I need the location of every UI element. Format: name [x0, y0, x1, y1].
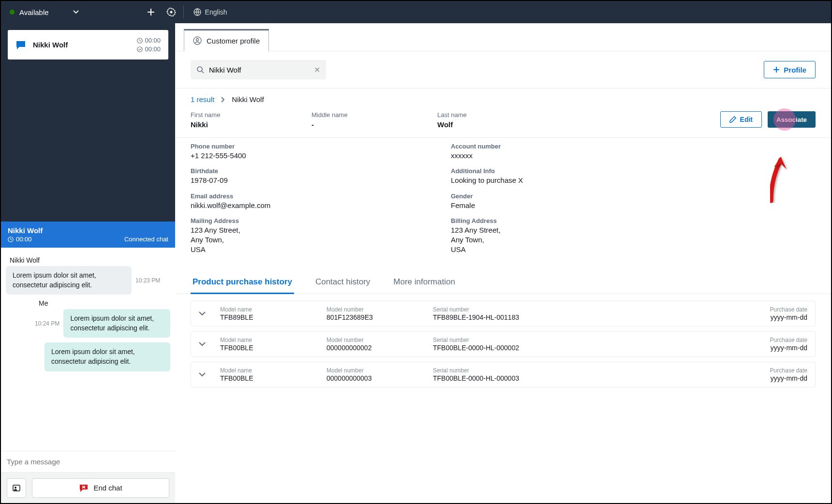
- tab-label: Customer profile: [207, 37, 260, 45]
- tab-contact-history[interactable]: Contact history: [313, 271, 372, 294]
- connected-status: Connected chat: [124, 236, 168, 243]
- birthdate-value: 1978-07-09: [191, 176, 431, 185]
- purchase-row: Model nameTFB00BLE Model number000000000…: [191, 331, 816, 357]
- expand-row-button[interactable]: [199, 372, 210, 377]
- chat-message-me: Lorem ipsum dolor sit amet, consectetur …: [45, 342, 170, 371]
- annotation-arrow-icon: [757, 155, 790, 203]
- end-chat-label: End chat: [93, 484, 122, 492]
- addl-label: Additional Info: [451, 167, 692, 175]
- associate-button[interactable]: Associate: [768, 111, 816, 128]
- language-selector[interactable]: English: [186, 8, 235, 16]
- clock-icon: [137, 38, 143, 44]
- search-icon: [196, 66, 204, 74]
- left-panel: Nikki Wolf 00:00 00:00 Nikki Wolf 00:00 …: [1, 23, 175, 503]
- add-button[interactable]: [141, 1, 161, 23]
- purchase-history-list: Model nameTFB89BLE Model number801F12368…: [175, 294, 831, 399]
- search-row: ✕ Profile: [175, 51, 831, 88]
- contact-card-button[interactable]: [7, 478, 26, 498]
- edit-label: Edit: [740, 116, 753, 123]
- gender-label: Gender: [451, 193, 692, 200]
- expand-row-button[interactable]: [199, 311, 210, 316]
- account-label: Account number: [451, 143, 692, 150]
- chat-timestamp: 10:23 PM: [135, 277, 160, 284]
- svg-point-8: [196, 39, 199, 41]
- message-input[interactable]: [7, 458, 169, 466]
- gender-value: Female: [451, 201, 692, 210]
- mailing-value: 123 Any Street,Any Town,USA: [191, 225, 431, 255]
- breadcrumb-name: Nikki Wolf: [232, 95, 264, 104]
- status-available-icon: [10, 10, 15, 15]
- close-chat-icon: [79, 484, 89, 492]
- svg-point-6: [15, 487, 16, 489]
- timer-2: 00:00: [145, 45, 161, 53]
- breadcrumb: 1 result Nikki Wolf: [175, 89, 831, 108]
- clock-icon: [8, 237, 14, 242]
- results-link[interactable]: 1 result: [191, 95, 214, 104]
- email-value: nikki.wolf@example.com: [191, 201, 431, 210]
- connected-name: Nikki Wolf: [8, 226, 168, 235]
- billing-value: 123 Any Street,Any Town,USA: [451, 225, 692, 255]
- chat-timestamp: 10:24 PM: [35, 320, 59, 327]
- svg-point-0: [170, 11, 172, 14]
- mailing-label: Mailing Address: [191, 217, 431, 224]
- connected-bar: Nikki Wolf 00:00 Connected chat: [1, 222, 175, 248]
- addl-value: Looking to purchase X: [451, 176, 692, 185]
- main-panel: Customer profile ✕ Profile 1 result Nikk…: [175, 23, 831, 503]
- phone-value: +1 212-555-5400: [191, 151, 431, 161]
- chevron-right-icon: [221, 97, 225, 103]
- chat-message-me: Lorem ipsum dolor sit amet, consectetur …: [63, 309, 170, 338]
- main-tabs: Customer profile: [175, 29, 831, 51]
- globe-icon: [193, 8, 201, 16]
- first-name-value: Nikki: [191, 120, 312, 129]
- contact-timers: 00:00 00:00: [137, 37, 161, 53]
- info-grid: Phone number+1 212-555-5400 Account numb…: [175, 138, 707, 267]
- sender-them: Nikki Wolf: [10, 256, 170, 264]
- search-input[interactable]: [209, 66, 309, 74]
- middle-name-value: -: [312, 120, 437, 129]
- sender-me: Me: [39, 299, 170, 307]
- connected-timer: 00:00: [16, 236, 32, 243]
- person-icon: [193, 36, 202, 45]
- chevron-down-icon: [73, 10, 79, 14]
- chat-bottom-bar: End chat: [1, 472, 175, 503]
- middle-name-label: Middle name: [312, 111, 437, 119]
- pencil-icon: [729, 116, 736, 123]
- check-circle-icon: [137, 46, 143, 52]
- name-row: First name Nikki Middle name - Last name…: [175, 108, 831, 137]
- contact-name: Nikki Wolf: [33, 41, 130, 49]
- last-name-label: Last name: [437, 111, 558, 119]
- tab-purchase-history[interactable]: Product purchase history: [191, 271, 294, 294]
- edit-button[interactable]: Edit: [720, 111, 762, 128]
- topbar: Available English: [1, 1, 831, 23]
- status-text: Available: [19, 8, 49, 16]
- email-label: Email address: [191, 193, 431, 200]
- phone-label: Phone number: [191, 143, 431, 150]
- first-name-label: First name: [191, 111, 312, 119]
- tab-customer-profile[interactable]: Customer profile: [184, 29, 269, 51]
- chat-message-them: Lorem ipsum dolor sit amet, consectetur …: [6, 266, 132, 295]
- svg-point-3: [137, 46, 142, 51]
- expand-row-button[interactable]: [199, 342, 210, 346]
- message-input-area: [1, 451, 175, 472]
- purchase-row: Model nameTFB00BLE Model number000000000…: [191, 362, 816, 387]
- contact-card[interactable]: Nikki Wolf 00:00 00:00: [8, 30, 168, 59]
- account-value: xxxxxx: [451, 151, 692, 161]
- add-profile-button[interactable]: Profile: [764, 61, 816, 78]
- billing-label: Billing Address: [451, 217, 692, 224]
- chat-icon: [15, 40, 26, 50]
- timer-1: 00:00: [145, 37, 161, 44]
- settings-button[interactable]: [161, 1, 181, 23]
- search-box: ✕: [191, 60, 326, 79]
- chat-log: Nikki Wolf Lorem ipsum dolor sit amet, c…: [1, 248, 175, 451]
- last-name-value: Wolf: [437, 120, 558, 129]
- clear-search-button[interactable]: ✕: [314, 65, 320, 74]
- tab-more-info[interactable]: More information: [391, 271, 457, 294]
- plus-icon: [773, 66, 780, 73]
- associate-label: Associate: [776, 116, 807, 123]
- sub-tabs: Product purchase history Contact history…: [175, 271, 831, 294]
- birthdate-label: Birthdate: [191, 167, 431, 175]
- end-chat-button[interactable]: End chat: [32, 478, 169, 498]
- svg-point-9: [197, 67, 202, 72]
- language-label: English: [205, 8, 227, 16]
- agent-status-selector[interactable]: Available: [1, 1, 88, 23]
